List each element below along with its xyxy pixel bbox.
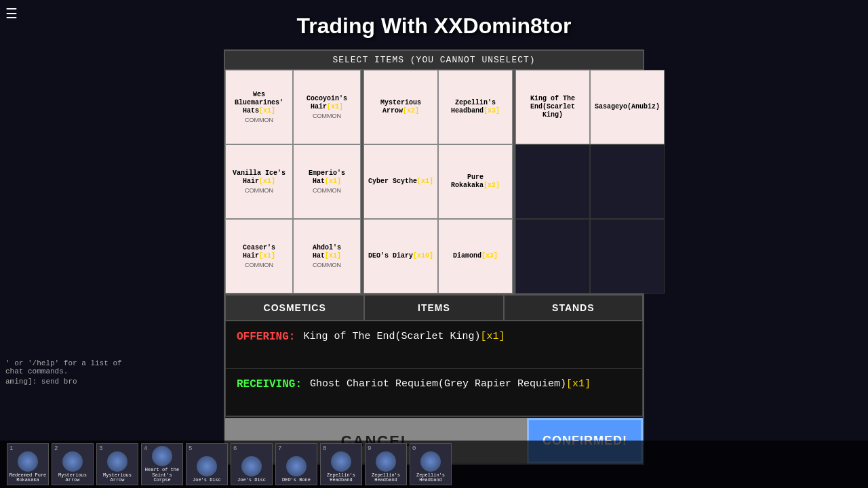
item-name-8: Cyber Scythe[x1]: [368, 178, 433, 186]
panel-title: Trading With XXDomin8tor: [224, 14, 644, 39]
item-cell-12[interactable]: Ceaser's Hair[x1] COMMON: [225, 219, 293, 293]
item-name-1: Cocoyoin's Hair[x1]: [296, 95, 357, 111]
select-header: SELECT ITEMS (YOU CANNOT UNSELECT): [225, 51, 643, 70]
inv-icon-6: [241, 456, 262, 476]
inv-num-4: 4: [144, 445, 147, 452]
item-name-4: King of The End(Scarlet King): [519, 95, 587, 119]
inv-icon-9: [376, 451, 396, 472]
inv-name-4: Heart of the Saint's Corpse: [143, 468, 181, 483]
receiving-row: RECEIVING: Ghost Chariot Requiem(Grey Ra…: [226, 369, 642, 416]
inv-icon-3: [107, 451, 127, 472]
offering-row: OFFERING: King of The End(Scarlet King)[…: [226, 321, 642, 369]
inv-name-0: Zepellin's Headband: [412, 473, 450, 483]
inv-icon-4: [152, 446, 172, 466]
item-name-7: Emperio's Hat[x1]: [296, 169, 357, 186]
item-cell-4[interactable]: King of The End(Scarlet King): [515, 70, 590, 144]
item-rarity-0: COMMON: [245, 117, 273, 123]
inv-icon-0: [420, 451, 441, 472]
inv-item-1[interactable]: 1 Redeemed Pure Rokakaka: [7, 443, 49, 485]
item-cell-17: [590, 219, 665, 293]
item-rarity-7: COMMON: [313, 187, 341, 194]
item-rarity-1: COMMON: [313, 113, 341, 119]
item-name-2: Mysterious Arrow[x2]: [367, 99, 435, 115]
inv-icon-7: [286, 456, 307, 476]
inv-name-5: Joe's Disc: [193, 478, 221, 483]
chat-area: ' or '/help' for a list of chat commands…: [0, 354, 136, 393]
inv-num-5: 5: [189, 445, 192, 452]
item-cell-2[interactable]: Mysterious Arrow[x2]: [363, 70, 438, 144]
receiving-item-text: Ghost Chariot Requiem(Grey Rapier Requie…: [310, 377, 591, 391]
item-cell-8[interactable]: Cyber Scythe[x1]: [363, 144, 438, 219]
inv-name-8: Zepellin's Headband: [322, 473, 360, 483]
inv-num-2: 2: [54, 445, 58, 452]
inv-icon-8: [331, 451, 351, 472]
item-rarity-13: COMMON: [313, 262, 341, 268]
item-cell-1[interactable]: Cocoyoin's Hair[x1] COMMON: [293, 70, 361, 144]
item-cell-7[interactable]: Emperio's Hat[x1] COMMON: [293, 144, 361, 219]
item-rarity-6: COMMON: [245, 187, 273, 194]
inv-item-9[interactable]: 9 Zepellin's Headband: [365, 443, 407, 485]
item-name-5: Sasageyo(Anubiz): [595, 103, 660, 111]
inv-item-6[interactable]: 6 Joe's Disc: [231, 443, 273, 485]
inv-num-7: 7: [278, 445, 281, 452]
trading-panel: Trading With XXDomin8tor SELECT ITEMS (Y…: [224, 14, 644, 465]
item-cell-5[interactable]: Sasageyo(Anubiz): [590, 70, 665, 144]
item-name-15: Diamond[x3]: [453, 252, 498, 260]
inv-item-8[interactable]: 8 Zepellin's Headband: [320, 443, 362, 485]
inv-item-4[interactable]: 4 Heart of the Saint's Corpse: [141, 443, 183, 485]
item-rarity-12: COMMON: [245, 262, 273, 268]
inv-item-2[interactable]: 2 Mysterious Arrow: [52, 443, 94, 485]
inv-item-5[interactable]: 5 Joe's Disc: [186, 443, 228, 485]
chat-line-1: ' or '/help' for a list of chat commands…: [5, 359, 130, 375]
inv-icon-2: [62, 451, 83, 472]
item-cell-13[interactable]: Ahdol's Hat[x1] COMMON: [293, 219, 361, 293]
inv-name-7: DEO's Bone: [282, 478, 311, 483]
receiving-label: RECEIVING:: [237, 378, 302, 390]
item-name-3: Zepellin's Headband[x3]: [441, 99, 509, 115]
tab-stands[interactable]: STANDS: [504, 295, 643, 321]
inv-name-9: Zepellin's Headband: [367, 473, 405, 483]
chat-line-2: aming]: send bro: [5, 378, 130, 386]
inv-icon-1: [18, 451, 38, 472]
inv-name-2: Mysterious Arrow: [54, 473, 92, 483]
item-name-12: Ceaser's Hair[x1]: [229, 244, 290, 260]
trade-section: OFFERING: King of The End(Scarlet King)[…: [225, 321, 643, 417]
item-cell-0[interactable]: Wes Bluemarines' Hats[x1] COMMON: [225, 70, 293, 144]
offering-label: OFFERING:: [237, 331, 295, 343]
inv-num-1: 1: [9, 445, 13, 452]
menu-icon[interactable]: ☰: [5, 5, 18, 22]
item-cell-16: [515, 219, 590, 293]
inv-icon-5: [197, 456, 217, 476]
inv-num-0: 0: [412, 445, 416, 452]
tab-cosmetics[interactable]: COSMETICS: [225, 295, 364, 321]
inv-num-3: 3: [99, 445, 102, 452]
tab-items[interactable]: ITEMS: [364, 295, 503, 321]
item-cell-15[interactable]: Diamond[x3]: [438, 219, 513, 293]
inv-name-6: Joe's Disc: [237, 478, 266, 483]
item-name-14: DEO's Diary[x10]: [368, 252, 433, 260]
inv-num-6: 6: [233, 445, 237, 452]
item-name-9: Pure Rokakaka[x2]: [441, 174, 509, 190]
offering-item-text: King of The End(Scarlet King)[x1]: [303, 329, 505, 344]
tab-row: COSMETICS ITEMS STANDS: [225, 293, 643, 321]
item-cell-14[interactable]: DEO's Diary[x10]: [363, 219, 438, 293]
item-name-13: Ahdol's Hat[x1]: [296, 244, 357, 260]
inv-name-1: Redeemed Pure Rokakaka: [9, 473, 47, 483]
item-cell-6[interactable]: Vanilla Ice's Hair[x1] COMMON: [225, 144, 293, 219]
item-name-6: Vanilla Ice's Hair[x1]: [229, 169, 290, 186]
inv-name-3: Mysterious Arrow: [98, 473, 136, 483]
select-panel: SELECT ITEMS (YOU CANNOT UNSELECT) Wes B…: [224, 49, 644, 465]
item-cell-3[interactable]: Zepellin's Headband[x3]: [438, 70, 513, 144]
inv-num-9: 9: [368, 445, 371, 452]
inv-item-7[interactable]: 7 DEO's Bone: [275, 443, 317, 485]
item-cell-11: [590, 144, 665, 219]
item-name-0: Wes Bluemarines' Hats[x1]: [229, 91, 290, 115]
inv-num-8: 8: [323, 445, 326, 452]
item-cell-9[interactable]: Pure Rokakaka[x2]: [438, 144, 513, 219]
inventory-bar: 1 Redeemed Pure Rokakaka 2 Mysterious Ar…: [0, 441, 868, 488]
inv-item-3[interactable]: 3 Mysterious Arrow: [96, 443, 138, 485]
inv-item-0[interactable]: 0 Zepellin's Headband: [410, 443, 452, 485]
item-cell-10: [515, 144, 590, 219]
